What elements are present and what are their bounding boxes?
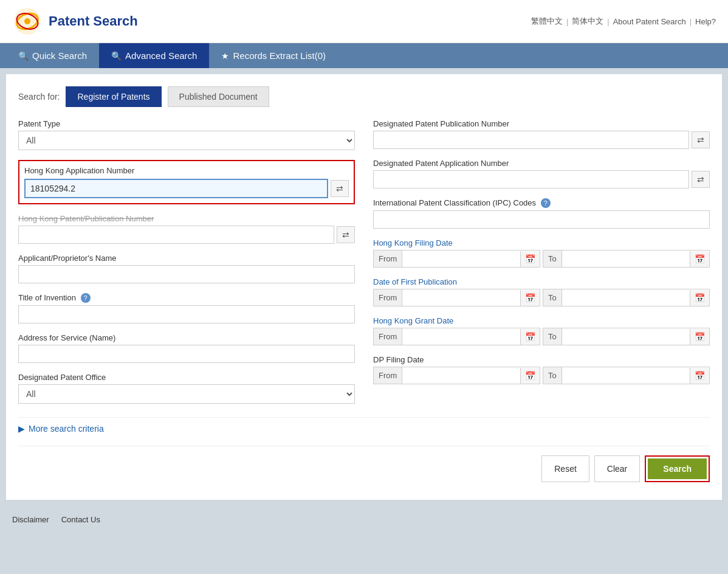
address-for-service-label: Address for Service (Name) — [18, 333, 355, 342]
designated-app-number-group: Designated Patent Application Number ⇄ — [373, 159, 710, 188]
hk-application-number-input[interactable] — [24, 179, 328, 198]
date-first-pub-to-cal-btn[interactable]: 📅 — [690, 290, 709, 306]
logo-title: Patent Search — [49, 13, 138, 29]
dp-filing-date-to-label: To — [543, 367, 562, 384]
patent-type-select[interactable]: All Standard Patent Short-term Patent — [18, 131, 355, 150]
hk-filing-date-from-cal-btn[interactable]: 📅 — [520, 251, 540, 267]
date-first-pub-from: From 📅 — [373, 289, 540, 306]
dp-filing-date-from-label: From — [374, 367, 402, 384]
dp-filing-date-group: DP Filing Date From 📅 To 📅 — [373, 355, 710, 384]
address-for-service-group: Address for Service (Name) — [18, 333, 355, 363]
about-link[interactable]: About Patent Search — [613, 17, 686, 26]
title-of-invention-group: Title of Invention ? — [18, 293, 355, 323]
date-first-pub-to-label: To — [543, 289, 562, 306]
main-content: Search for: Register of Patents Publishe… — [6, 74, 722, 500]
hk-filing-date-from-input[interactable] — [402, 251, 520, 267]
search-button-wrapper: Search — [645, 455, 710, 482]
records-extract-label: Records Extract List(0) — [233, 50, 326, 61]
more-criteria-chevron-icon: ▶ — [18, 424, 25, 434]
dp-filing-date-from-input[interactable] — [402, 367, 520, 384]
hk-grant-date-range: From 📅 To 📅 — [373, 328, 710, 345]
tab-advanced-search[interactable]: 🔍 Advanced Search — [99, 43, 209, 68]
dp-filing-date-to: To 📅 — [543, 367, 710, 384]
designated-pub-number-group: Designated Patent Publication Number ⇄ — [373, 119, 710, 149]
date-first-pub-group: Date of First Publication From 📅 To 📅 — [373, 277, 710, 306]
simplified-chinese-link[interactable]: 简体中文 — [572, 16, 603, 27]
designated-pub-number-swap-btn[interactable]: ⇄ — [692, 131, 710, 148]
tab-published-document[interactable]: Published Document — [168, 86, 269, 107]
right-column: Designated Patent Publication Number ⇄ D… — [373, 119, 710, 411]
hk-filing-date-label: Hong Kong Filing Date — [373, 238, 710, 247]
designated-app-number-input-row: ⇄ — [373, 170, 710, 188]
ipc-codes-group: International Patent Classification (IPC… — [373, 198, 710, 229]
hk-application-number-swap-btn[interactable]: ⇄ — [331, 180, 349, 197]
title-of-invention-help-icon[interactable]: ? — [81, 293, 91, 303]
hk-filing-date-to-cal-btn[interactable]: 📅 — [690, 251, 709, 267]
ipc-codes-input[interactable] — [373, 210, 710, 229]
help-link[interactable]: Help? — [695, 17, 716, 26]
dp-filing-date-to-cal-btn[interactable]: 📅 — [690, 368, 709, 384]
hk-patent-pub-number-input[interactable] — [18, 226, 334, 244]
svg-point-3 — [24, 18, 30, 24]
designated-patent-office-label: Designated Patent Office — [18, 373, 355, 382]
hk-filing-date-to-input[interactable] — [562, 251, 690, 267]
search-for-row: Search for: Register of Patents Publishe… — [18, 86, 710, 107]
designated-pub-number-input[interactable] — [373, 131, 689, 149]
date-first-pub-from-input[interactable] — [402, 289, 520, 306]
hk-filing-date-from: From 📅 — [373, 250, 540, 268]
designated-pub-number-label: Designated Patent Publication Number — [373, 119, 710, 128]
designated-app-number-input[interactable] — [373, 170, 689, 188]
designated-app-number-label: Designated Patent Application Number — [373, 159, 710, 168]
applicant-name-input[interactable] — [18, 265, 355, 283]
hk-patent-pub-number-label: Hong Kong Patent/Publication Number — [18, 214, 355, 223]
designated-patent-office-select[interactable]: All — [18, 384, 355, 404]
date-first-pub-to-input[interactable] — [562, 289, 690, 306]
address-for-service-input[interactable] — [18, 345, 355, 363]
disclaimer-link[interactable]: Disclaimer — [12, 515, 49, 524]
hk-grant-date-to: To 📅 — [543, 328, 710, 345]
more-criteria-label: More search criteria — [29, 424, 104, 434]
hk-grant-date-to-input[interactable] — [562, 328, 690, 345]
more-search-criteria[interactable]: ▶ More search criteria — [18, 417, 710, 440]
advanced-search-label: Advanced Search — [125, 50, 197, 61]
left-column: Patent Type All Standard Patent Short-te… — [18, 119, 355, 411]
hk-application-number-group: Hong Kong Application Number ⇄ — [18, 160, 355, 204]
patent-type-group: Patent Type All Standard Patent Short-te… — [18, 119, 355, 150]
records-star-icon: ★ — [221, 51, 229, 61]
hk-filing-date-group: Hong Kong Filing Date From 📅 To 📅 — [373, 238, 710, 268]
traditional-chinese-link[interactable]: 繁體中文 — [531, 16, 563, 27]
hk-patent-pub-number-swap-btn[interactable]: ⇄ — [337, 226, 355, 243]
hk-application-number-input-row: ⇄ — [24, 179, 349, 198]
designated-patent-office-group: Designated Patent Office All — [18, 373, 355, 404]
footer: Disclaimer Contact Us — [0, 506, 728, 533]
form-grid: Patent Type All Standard Patent Short-te… — [18, 119, 710, 411]
hk-grant-date-from-input[interactable] — [402, 328, 520, 345]
tab-quick-search[interactable]: 🔍 Quick Search — [6, 43, 99, 68]
search-button[interactable]: Search — [648, 458, 707, 479]
title-of-invention-label: Title of Invention ? — [18, 293, 355, 303]
hk-grant-date-label: Hong Kong Grant Date — [373, 316, 710, 325]
tab-records-extract[interactable]: ★ Records Extract List(0) — [209, 43, 338, 68]
hk-grant-date-from-label: From — [374, 328, 402, 345]
date-first-pub-from-label: From — [374, 289, 402, 306]
hk-grant-date-from-cal-btn[interactable]: 📅 — [520, 329, 540, 345]
date-first-pub-from-cal-btn[interactable]: 📅 — [520, 290, 540, 306]
dp-filing-date-from-cal-btn[interactable]: 📅 — [520, 368, 540, 384]
dp-filing-date-from: From 📅 — [373, 367, 540, 384]
designated-pub-number-input-row: ⇄ — [373, 131, 710, 149]
dp-filing-date-to-input[interactable] — [562, 367, 690, 384]
navbar: 🔍 Quick Search 🔍 Advanced Search ★ Recor… — [0, 43, 728, 68]
hk-grant-date-to-label: To — [543, 328, 562, 345]
title-of-invention-input[interactable] — [18, 305, 355, 323]
date-first-pub-range: From 📅 To 📅 — [373, 289, 710, 306]
hk-filing-date-to-label: To — [543, 251, 562, 267]
date-first-pub-label: Date of First Publication — [373, 277, 710, 286]
reset-button[interactable]: Reset — [541, 455, 589, 482]
tab-register-of-patents[interactable]: Register of Patents — [66, 86, 161, 107]
ipc-codes-help-icon[interactable]: ? — [541, 198, 551, 208]
hk-grant-date-to-cal-btn[interactable]: 📅 — [690, 329, 709, 345]
designated-app-number-swap-btn[interactable]: ⇄ — [692, 171, 710, 188]
contact-us-link[interactable]: Contact Us — [61, 515, 100, 524]
hk-application-number-label: Hong Kong Application Number — [24, 166, 349, 175]
clear-button[interactable]: Clear — [594, 455, 640, 482]
